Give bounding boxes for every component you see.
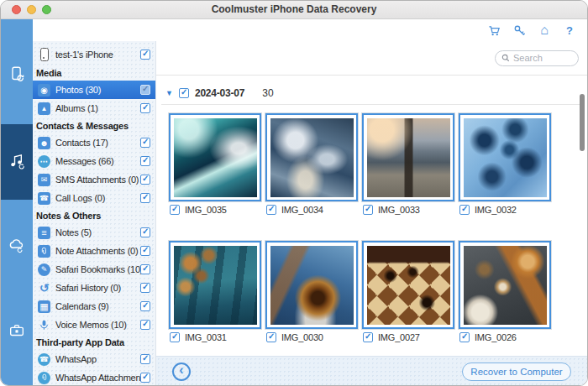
- collapse-triangle-icon[interactable]: ▼: [165, 89, 173, 97]
- section-header-media: Media: [33, 65, 155, 81]
- notes-checkbox[interactable]: [140, 227, 150, 237]
- photo-cell: IMG_0030: [265, 241, 358, 342]
- sidebar-device-row[interactable]: test-1's iPhone: [33, 44, 155, 65]
- contacts-checkbox[interactable]: [140, 138, 150, 148]
- photo-image: [270, 246, 354, 325]
- main-content: ▼ 2024-03-07 30 IMG_0035: [156, 41, 587, 386]
- note-attachments-checkbox[interactable]: [140, 246, 150, 256]
- whatsapp-attachments-checkbox[interactable]: [140, 373, 150, 383]
- sidebar-item-note-attachments[interactable]: Note Attachments (0): [33, 242, 155, 260]
- photo-checkbox[interactable]: [363, 332, 373, 342]
- sidebar-item-voice-memos[interactable]: Voice Memos (10): [33, 316, 155, 334]
- device-checkbox[interactable]: [140, 50, 150, 60]
- back-button[interactable]: [172, 363, 191, 381]
- photo-image: [367, 246, 450, 325]
- photo-cell: IMG_0027: [362, 241, 454, 342]
- photo-thumbnail-img-0034[interactable]: [265, 113, 358, 201]
- photo-thumbnail-img-0027[interactable]: [362, 241, 454, 329]
- photos-checkbox[interactable]: [140, 85, 150, 95]
- photo-label: IMG_0026: [475, 332, 517, 342]
- photo-label: IMG_0027: [378, 332, 420, 342]
- photo-checkbox[interactable]: [266, 332, 276, 342]
- photo-label: IMG_0030: [281, 332, 323, 342]
- section-header-notes-others: Notes & Others: [33, 207, 155, 223]
- messages-icon: [38, 155, 50, 168]
- toolbar: ⌂ ?: [33, 19, 587, 41]
- photo-thumbnail-img-0030[interactable]: [265, 241, 358, 329]
- section-header-contacts-messages: Contacts & Messages: [33, 117, 155, 133]
- sidebar-item-call-logs[interactable]: Call Logs (0): [33, 189, 155, 207]
- footer-bar: Recover to Computer: [156, 356, 587, 386]
- search-input[interactable]: [513, 53, 572, 63]
- music-sync-icon[interactable]: [8, 152, 26, 170]
- sidebar-item-notes[interactable]: Notes (5): [33, 223, 155, 242]
- window-title: Coolmuster iPhone Data Recovery: [1, 3, 587, 15]
- photo-thumbnail-img-0035[interactable]: [169, 113, 261, 201]
- search-row: [156, 41, 587, 76]
- key-icon[interactable]: [512, 23, 526, 37]
- photo-image: [464, 246, 547, 325]
- sidebar-item-calendars[interactable]: Calendars (9): [33, 297, 155, 316]
- photo-image: [270, 118, 354, 197]
- photo-thumbnail-img-0032[interactable]: [459, 113, 551, 201]
- notes-icon: [38, 227, 50, 239]
- sidebar-item-photos[interactable]: Photos (30): [33, 81, 155, 99]
- calendars-checkbox[interactable]: [140, 301, 150, 311]
- phone-sync-icon[interactable]: [8, 65, 26, 84]
- photo-scroll-area: ▼ 2024-03-07 30 IMG_0035: [156, 76, 587, 356]
- sidebar-item-contacts[interactable]: Contacts (17): [33, 133, 155, 152]
- date-group-count: 30: [262, 87, 273, 99]
- toolkit-briefcase-icon[interactable]: [8, 321, 26, 340]
- photo-cell: IMG_0032: [459, 113, 551, 215]
- photo-checkbox[interactable]: [170, 205, 180, 215]
- sidebar-item-albums[interactable]: Albums (1): [33, 99, 155, 117]
- albums-icon: [38, 102, 50, 115]
- photo-checkbox[interactable]: [363, 205, 373, 215]
- whatsapp-icon: [38, 353, 50, 366]
- sidebar-item-safari-bookmarks[interactable]: Safari Bookmarks (10): [33, 260, 155, 279]
- cloud-sync-icon[interactable]: [8, 236, 26, 254]
- whatsapp-attachments-icon: [38, 372, 50, 384]
- photo-thumbnail-img-0031[interactable]: [169, 241, 261, 329]
- sidebar-item-safari-history[interactable]: Safari History (0): [33, 279, 155, 297]
- sms-attachments-checkbox[interactable]: [140, 175, 150, 185]
- calendars-icon: [38, 300, 50, 313]
- help-icon[interactable]: ?: [563, 23, 576, 37]
- sidebar: test-1's iPhone Media Photos (30) Albums…: [33, 41, 156, 386]
- section-header-third-party: Third-party App Data: [33, 334, 155, 350]
- date-group-checkbox[interactable]: [179, 88, 189, 98]
- sidebar-item-whatsapp-attachments[interactable]: WhatsApp Attachments: [33, 368, 155, 386]
- vertical-scrollbar-thumb[interactable]: [580, 94, 585, 151]
- device-name: test-1's iPhone: [55, 50, 135, 60]
- call-logs-checkbox[interactable]: [140, 193, 150, 203]
- photo-checkbox[interactable]: [266, 205, 276, 215]
- photo-cell: IMG_0026: [459, 241, 551, 342]
- voice-memos-checkbox[interactable]: [140, 320, 150, 330]
- sidebar-item-sms-attachments[interactable]: SMS Attachments (0): [33, 170, 155, 189]
- search-box[interactable]: [495, 50, 579, 66]
- safari-bookmarks-checkbox[interactable]: [140, 264, 150, 274]
- sidebar-item-whatsapp[interactable]: WhatsApp: [33, 350, 155, 368]
- sidebar-item-messages[interactable]: Messages (66): [33, 152, 155, 170]
- photo-checkbox[interactable]: [459, 205, 470, 215]
- photo-checkbox[interactable]: [170, 332, 180, 342]
- recover-to-computer-button[interactable]: Recover to Computer: [462, 363, 571, 381]
- albums-checkbox[interactable]: [140, 103, 150, 113]
- photo-thumbnail-img-0033[interactable]: [362, 113, 454, 201]
- search-icon: [501, 54, 510, 62]
- whatsapp-checkbox[interactable]: [140, 354, 150, 364]
- photo-image: [174, 246, 257, 325]
- photo-thumbnail-img-0026[interactable]: [459, 241, 551, 329]
- photo-checkbox[interactable]: [459, 332, 470, 342]
- home-icon[interactable]: ⌂: [538, 23, 551, 37]
- photo-image: [174, 118, 257, 197]
- photo-cell: IMG_0031: [169, 241, 261, 342]
- photo-image: [367, 118, 450, 197]
- safari-history-checkbox[interactable]: [140, 283, 150, 293]
- photo-image: [464, 118, 547, 197]
- contacts-icon: [38, 137, 50, 149]
- cart-icon[interactable]: [487, 23, 501, 37]
- messages-checkbox[interactable]: [140, 156, 150, 166]
- date-group-label: 2024-03-07: [195, 87, 244, 99]
- app-window: Coolmuster iPhone Data Recovery: [0, 0, 588, 386]
